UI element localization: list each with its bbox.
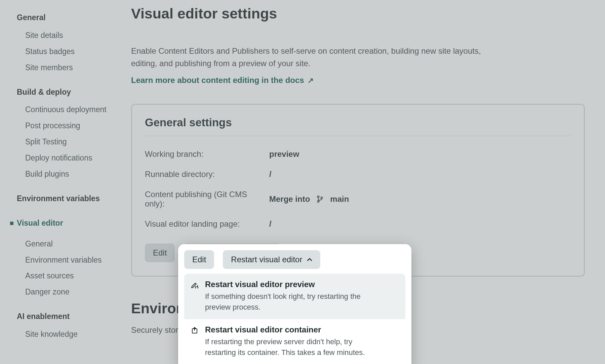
sidebar-item-ve-danger-zone[interactable]: Danger zone [17,284,121,300]
chevron-up-icon [307,258,312,261]
page-title: Visual editor settings [131,5,585,22]
settings-sidebar: General Site details Status badges Site … [0,0,121,364]
sidebar-item-ve-env-vars[interactable]: Environment variables [17,252,121,268]
restart-container-description: If restarting the preview server didn't … [205,336,380,358]
learn-more-link[interactable]: Learn more about content editing in the … [131,76,314,85]
edit-button-popover[interactable]: Edit [184,250,214,269]
sidebar-item-build-plugins[interactable]: Build plugins [17,166,121,182]
restart-visual-editor-button-open[interactable]: Restart visual editor [223,250,320,269]
sidebar-group-general[interactable]: General [17,13,121,23]
content-publishing-value: Merge into main [269,190,571,209]
restart-preview-icon [191,280,199,313]
restart-preview-title: Restart visual editor preview [205,280,380,289]
restart-button-label-open: Restart visual editor [231,255,302,264]
working-branch-label: Working branch: [145,149,266,159]
sidebar-item-status-badges[interactable]: Status badges [17,44,121,60]
sidebar-group-ai-enablement[interactable]: AI enablement [17,312,121,322]
runnable-directory-value: / [269,170,571,179]
sidebar-item-post-processing[interactable]: Post processing [17,118,121,134]
sidebar-group-build-deploy[interactable]: Build & deploy [17,87,121,97]
sidebar-item-site-members[interactable]: Site members [17,60,121,76]
sidebar-item-ve-asset-sources[interactable]: Asset sources [17,268,121,284]
restart-preview-description: If something doesn't look right, try res… [205,291,380,313]
card-title: General settings [145,116,571,136]
edit-button[interactable]: Edit [145,243,175,262]
external-link-icon: ↗ [308,76,314,85]
svg-point-1 [318,201,319,202]
restart-dropdown-panel: Edit Restart visual editor Restart [178,244,411,364]
merge-branch-name: main [330,194,349,204]
learn-more-text: Learn more about content editing in the … [131,76,304,85]
sidebar-item-continuous-deployment[interactable]: Continuous deployment [17,102,121,118]
working-branch-value: preview [269,149,571,159]
svg-point-0 [318,196,319,198]
restart-container-option[interactable]: Restart visual editor container If resta… [184,319,405,364]
sidebar-group-env-vars[interactable]: Environment variables [17,194,121,204]
restart-menu: Restart visual editor preview If somethi… [184,274,405,364]
page-description: Enable Content Editors and Publishers to… [131,45,487,70]
sidebar-item-deploy-notifications[interactable]: Deploy notifications [17,150,121,166]
sidebar-item-site-details[interactable]: Site details [17,28,121,44]
sidebar-item-ve-general[interactable]: General [17,236,121,252]
sidebar-item-site-knowledge[interactable]: Site knowledge [17,326,121,343]
restart-container-title: Restart visual editor container [205,325,380,334]
runnable-directory-label: Runnable directory: [145,170,266,179]
git-branch-icon [317,195,323,203]
landing-page-label: Visual editor landing page: [145,219,266,229]
sidebar-item-visual-editor[interactable]: Visual editor [17,215,121,231]
content-publishing-label: Content publishing (Git CMS only): [145,190,266,209]
restart-preview-option[interactable]: Restart visual editor preview If somethi… [184,274,405,319]
sidebar-item-split-testing[interactable]: Split Testing [17,134,121,150]
svg-point-2 [321,197,323,199]
landing-page-value: / [269,219,571,229]
merge-into-text: Merge into [269,194,310,204]
restart-container-icon [191,325,199,358]
